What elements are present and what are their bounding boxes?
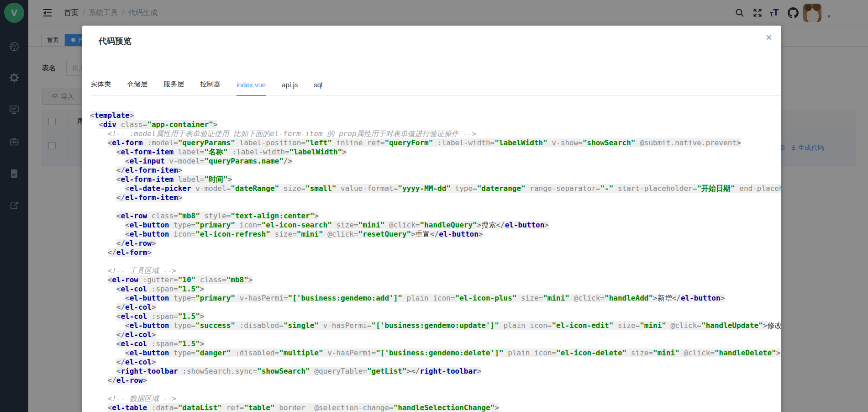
code-line: <!-- 工具区域 --> [90, 266, 781, 275]
code-line: <el-date-picker v-model="dateRange" size… [90, 184, 781, 193]
modal-tab[interactable]: 仓储层 [127, 80, 147, 95]
code-line: <el-button type="danger" :disabled="mult… [90, 349, 781, 358]
modal-tab[interactable]: api.js [282, 81, 298, 95]
code-line: <el-button type="success" :disabled="sin… [90, 321, 781, 330]
code-line: <el-button type="primary" v-hasPermi="['… [90, 294, 781, 303]
code-line: <template> [90, 111, 781, 120]
code-line: <el-input v-model="queryParams.name"/> [90, 157, 781, 166]
code-line: <!-- :model属性用于表单验证使用 比如下面的el-form-item … [90, 129, 781, 138]
modal-tab[interactable]: 控制器 [200, 80, 221, 95]
code-line: <!-- 数据区域 --> [90, 394, 781, 403]
code-line: <el-button icon="el-icon-refresh" size="… [90, 230, 781, 239]
screen: V 首页/系统工具/代码生成 TT [0, 0, 868, 412]
code-line [90, 385, 781, 394]
code-line: </el-form> [90, 248, 781, 257]
code-line: </el-form-item> [90, 193, 781, 202]
code-line: <el-button type="primary" icon="el-icon-… [90, 221, 781, 230]
code-line: <el-row class="mb8" style="text-align:ce… [90, 211, 781, 221]
modal-title: 代码预览 [99, 36, 132, 47]
code-line: <el-row :gutter="10" class="mb8"> [90, 275, 781, 285]
code-line: </el-col> [90, 330, 781, 339]
modal-tab[interactable]: 实体类 [90, 80, 111, 95]
modal-tab[interactable]: index.vue [237, 81, 266, 95]
code-line: </el-row> [90, 376, 781, 385]
code-line: </el-form-item> [90, 166, 781, 175]
code-line: <right-toolbar :showSearch.sync="showSea… [90, 367, 781, 376]
code-line: <el-form :model="queryParams" label-posi… [90, 138, 781, 148]
code-line: <el-form-item label="名称" :label-width="l… [90, 148, 781, 157]
code-line: <el-table :data="dataList" ref="table" b… [90, 403, 781, 412]
code-line: </el-row> [90, 239, 781, 248]
code-line: <el-form-item label="时间"> [90, 175, 781, 184]
code-line: </el-col> [90, 303, 781, 312]
code-line: <el-col :span="1.5"> [90, 285, 781, 294]
modal-tabs: 实体类仓储层服务层控制器index.vueapi.jssql [90, 76, 781, 96]
code-line: </el-col> [90, 358, 781, 367]
modal-tab[interactable]: 服务层 [163, 80, 184, 95]
code-line: <div class="app-container"> [90, 120, 781, 129]
code-line [90, 257, 781, 266]
code-line: <el-col :span="1.5"> [90, 339, 781, 349]
code-preview-modal: 代码预览 × 实体类仓储层服务层控制器index.vueapi.jssql <t… [82, 26, 781, 412]
code-line [90, 202, 781, 211]
modal-tab[interactable]: sql [314, 81, 322, 95]
code-line: <el-col :span="1.5"> [90, 312, 781, 321]
close-icon[interactable]: × [763, 32, 774, 43]
code-view[interactable]: <template> <div class="app-container"> <… [90, 111, 781, 412]
